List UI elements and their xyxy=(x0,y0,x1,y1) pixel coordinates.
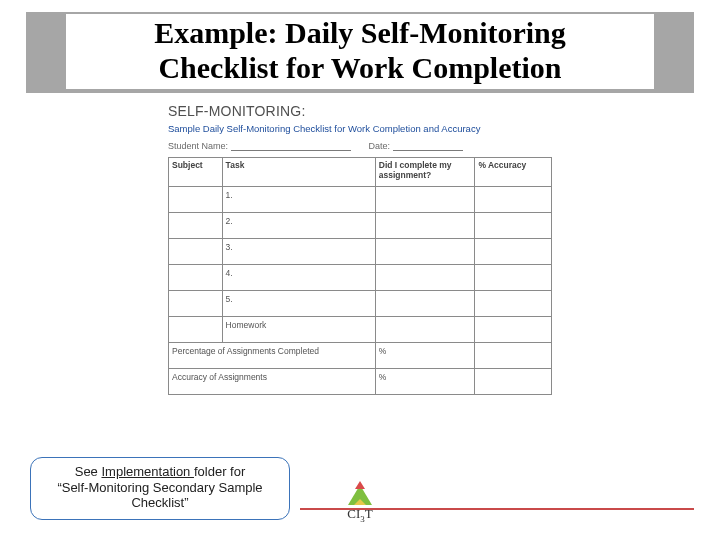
table-row: 4. xyxy=(169,265,552,291)
title-line2: Checklist for Work Completion xyxy=(158,51,561,84)
table-row: 2. xyxy=(169,213,552,239)
table-row: 3. xyxy=(169,239,552,265)
pct-cell: % xyxy=(375,343,475,369)
callout-line1b: Implementation xyxy=(101,464,194,479)
logo-text-a: CI xyxy=(347,506,360,521)
callout-line1a: See xyxy=(75,464,102,479)
task-num: 5. xyxy=(222,291,375,317)
date-field: Date: xyxy=(369,141,463,151)
task-num: 1. xyxy=(222,187,375,213)
col-accuracy: % Accuracy xyxy=(475,157,552,187)
col-task: Task xyxy=(222,157,375,187)
callout-line1c: folder for xyxy=(194,464,245,479)
student-name-field: Student Name: xyxy=(168,141,351,151)
worksheet-meta: Student Name: Date: xyxy=(168,141,552,151)
title-line1: Example: Daily Self-Monitoring xyxy=(154,16,566,49)
task-num: 4. xyxy=(222,265,375,291)
table-row: 5. xyxy=(169,291,552,317)
table-row: 1. xyxy=(169,187,552,213)
pct-completed-row: Percentage of Assignments Completed% xyxy=(169,343,552,369)
callout-box: See Implementation folder for “Self-Moni… xyxy=(30,457,290,520)
triangle-icon xyxy=(348,485,372,505)
date-blank xyxy=(393,142,463,151)
worksheet-subtitle: Sample Daily Self-Monitoring Checklist f… xyxy=(168,123,552,135)
date-label: Date: xyxy=(369,141,391,151)
pct-completed-label: Percentage of Assignments Completed xyxy=(169,343,376,369)
col-subject: Subject xyxy=(169,157,223,187)
callout-line3: Checklist” xyxy=(131,495,188,510)
callout-line2: “Self-Monitoring Secondary Sample xyxy=(57,480,262,495)
student-name-blank xyxy=(231,142,351,151)
accuracy-row: Accuracy of Assignments% xyxy=(169,369,552,395)
slide-title: Example: Daily Self-Monitoring Checklist… xyxy=(66,14,654,89)
homework-label: Homework xyxy=(222,317,375,343)
worksheet: SELF-MONITORING: Sample Daily Self-Monit… xyxy=(160,99,560,395)
logo: CI3T xyxy=(336,485,384,524)
table-header-row: Subject Task Did I complete my assignmen… xyxy=(169,157,552,187)
title-bar: Example: Daily Self-Monitoring Checklist… xyxy=(26,12,694,93)
col-did: Did I complete my assignment? xyxy=(375,157,475,187)
homework-row: Homework xyxy=(169,317,552,343)
worksheet-heading: SELF-MONITORING: xyxy=(168,103,552,119)
pct-cell: % xyxy=(375,369,475,395)
logo-text-c: T xyxy=(365,506,373,521)
student-name-label: Student Name: xyxy=(168,141,228,151)
logo-text: CI3T xyxy=(336,506,384,524)
checklist-table: Subject Task Did I complete my assignmen… xyxy=(168,157,552,396)
accuracy-label: Accuracy of Assignments xyxy=(169,369,376,395)
task-num: 3. xyxy=(222,239,375,265)
task-num: 2. xyxy=(222,213,375,239)
